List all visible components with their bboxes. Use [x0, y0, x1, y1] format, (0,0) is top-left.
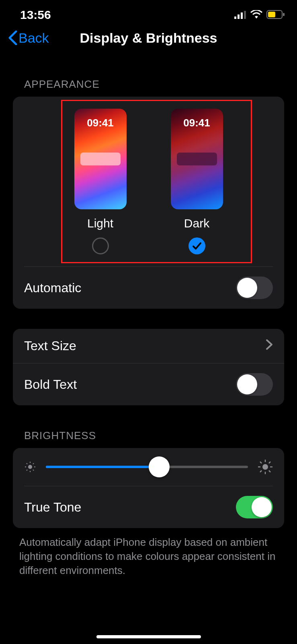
svg-rect-1 — [238, 14, 240, 19]
brightness-header: BRIGHTNESS — [0, 405, 297, 448]
light-preview-time: 09:41 — [87, 117, 114, 129]
svg-rect-2 — [241, 12, 243, 19]
text-size-row[interactable]: Text Size — [13, 329, 284, 363]
light-preview-widget — [80, 136, 121, 149]
back-button[interactable]: Back — [8, 30, 49, 46]
cellular-icon — [234, 8, 246, 22]
status-bar: 13:56 — [0, 0, 297, 26]
bold-text-toggle[interactable] — [236, 373, 273, 396]
svg-point-7 — [28, 465, 32, 469]
dark-radio[interactable] — [188, 237, 205, 254]
automatic-row: Automatic — [13, 267, 284, 309]
light-preview-widget — [80, 153, 121, 165]
svg-line-23 — [269, 462, 270, 463]
sun-min-icon — [24, 461, 36, 473]
svg-line-15 — [27, 470, 27, 471]
svg-line-22 — [269, 471, 270, 472]
svg-line-24 — [260, 471, 262, 472]
dark-preview-widget — [177, 136, 217, 149]
svg-rect-0 — [234, 17, 236, 19]
svg-rect-5 — [268, 12, 275, 17]
light-preview-thumbnail: 09:41 — [74, 109, 127, 209]
svg-line-12 — [27, 463, 27, 464]
light-radio[interactable] — [92, 237, 109, 254]
svg-line-14 — [33, 463, 34, 464]
true-tone-toggle[interactable] — [236, 496, 273, 518]
svg-point-16 — [262, 464, 268, 470]
text-size-label: Text Size — [24, 339, 76, 353]
wifi-icon — [250, 8, 262, 22]
sun-max-icon — [258, 459, 273, 475]
appearance-group: 09:41 Light 09:41 Dark Automatic — [13, 97, 284, 309]
brightness-slider-row — [13, 448, 284, 486]
automatic-toggle[interactable] — [236, 277, 273, 299]
dark-label: Dark — [184, 217, 209, 230]
chevron-right-icon — [266, 339, 273, 353]
status-time: 13:56 — [20, 8, 51, 22]
check-icon — [192, 241, 202, 251]
appearance-option-light[interactable]: 09:41 Light — [74, 109, 127, 254]
true-tone-label: True Tone — [24, 500, 81, 515]
status-indicators — [234, 8, 285, 22]
svg-line-13 — [33, 470, 34, 471]
svg-line-21 — [260, 462, 262, 463]
nav-bar: Back Display & Brightness — [0, 26, 297, 54]
true-tone-row: True Tone — [13, 486, 284, 528]
home-indicator[interactable] — [96, 635, 201, 638]
appearance-option-dark[interactable]: 09:41 Dark — [171, 109, 223, 254]
light-label: Light — [87, 217, 113, 230]
svg-rect-3 — [244, 11, 246, 19]
battery-icon — [266, 8, 285, 22]
text-group: Text Size Bold Text — [13, 329, 284, 405]
appearance-chooser: 09:41 Light 09:41 Dark — [13, 97, 284, 266]
dark-preview-time: 09:41 — [183, 117, 210, 129]
brightness-slider[interactable] — [46, 466, 248, 468]
back-label: Back — [18, 30, 49, 46]
true-tone-footer: Automatically adapt iPhone display based… — [0, 528, 297, 578]
dark-preview-thumbnail: 09:41 — [171, 109, 223, 209]
bold-text-row: Bold Text — [13, 363, 284, 405]
svg-rect-6 — [283, 13, 285, 16]
dark-preview-widget — [177, 153, 217, 165]
brightness-group: True Tone — [13, 448, 284, 528]
bold-text-label: Bold Text — [24, 377, 77, 392]
automatic-label: Automatic — [24, 281, 81, 295]
appearance-header: APPEARANCE — [0, 54, 297, 97]
